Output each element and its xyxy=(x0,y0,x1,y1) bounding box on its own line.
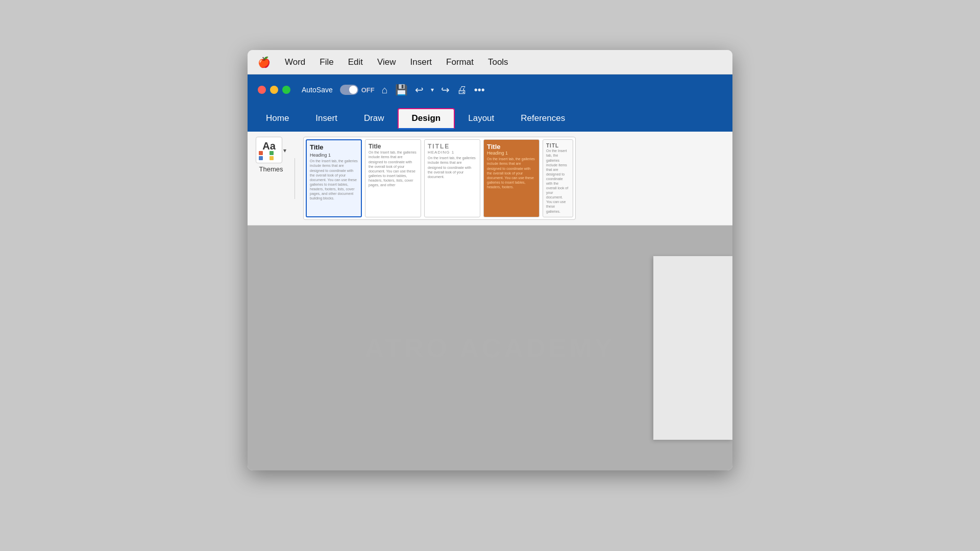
autosave-label: AutoSave xyxy=(302,86,333,94)
home-icon[interactable]: ⌂ xyxy=(382,84,388,96)
tab-draw[interactable]: Draw xyxy=(351,109,398,128)
watermark: ATRO ACADEMY xyxy=(365,333,616,363)
menu-view[interactable]: View xyxy=(377,57,396,67)
style-heading-orange: Heading 1 xyxy=(487,151,536,156)
menu-edit[interactable]: Edit xyxy=(348,57,363,67)
ribbon-content: Aa ▾ Themes Title Heading 1 On the xyxy=(248,132,732,225)
menu-word[interactable]: Word xyxy=(285,57,305,67)
themes-dropdown-arrow[interactable]: ▾ xyxy=(283,147,286,154)
undo-dropdown-icon[interactable]: ▾ xyxy=(431,86,434,93)
style-title-orange: Title xyxy=(487,143,536,151)
dot-yellow xyxy=(270,156,274,160)
menu-insert[interactable]: Insert xyxy=(410,57,432,67)
mac-menubar: 🍎 Word File Edit View Insert Format Tool… xyxy=(248,50,732,74)
dot-red xyxy=(259,151,263,155)
styles-gallery: Title Heading 1 On the Insert tab, the g… xyxy=(303,137,576,219)
toggle-track[interactable] xyxy=(340,85,358,95)
tab-references[interactable]: References xyxy=(507,109,578,128)
style-card-plain[interactable]: Title On the Insert tab, the galleries i… xyxy=(365,139,421,217)
minimize-button[interactable] xyxy=(270,86,278,94)
close-button[interactable] xyxy=(258,86,266,94)
divider xyxy=(295,158,295,199)
style-body-default: On the Insert tab, the galleries include… xyxy=(310,159,358,201)
style-title-plain: Title xyxy=(369,143,418,150)
traffic-lights xyxy=(258,86,290,94)
style-heading-caps: HEADING 1 xyxy=(428,150,477,155)
style-card-caps[interactable]: TITLE HEADING 1 On the Insert tab, the g… xyxy=(424,139,480,217)
style-body-plain: On the Insert tab, the galleries include… xyxy=(369,150,418,187)
dot-green xyxy=(270,151,274,155)
apple-icon[interactable]: 🍎 xyxy=(258,56,271,68)
document-page xyxy=(653,256,732,440)
redo-icon[interactable]: ↪ xyxy=(441,84,450,96)
style-card-partial[interactable]: TITL On the Insert tab, the galleries in… xyxy=(543,139,573,217)
menu-format[interactable]: Format xyxy=(446,57,474,67)
style-body-partial: On the Insert tab, the galleries include… xyxy=(546,148,570,213)
tab-home[interactable]: Home xyxy=(253,109,302,128)
tab-insert[interactable]: Insert xyxy=(302,109,351,128)
autosave-toggle[interactable]: OFF xyxy=(340,85,375,95)
style-heading-default: Heading 1 xyxy=(310,153,358,158)
menu-tools[interactable]: Tools xyxy=(488,57,508,67)
style-title-partial: TITL xyxy=(546,143,570,148)
toggle-thumb xyxy=(349,86,357,94)
themes-label: Themes xyxy=(259,165,283,173)
style-body-caps: On the Insert tab, the galleries include… xyxy=(428,156,477,179)
tab-design[interactable]: Design xyxy=(398,108,455,129)
style-card-orange[interactable]: Title Heading 1 On the Insert tab, the g… xyxy=(483,139,540,217)
save-icon[interactable]: 💾 xyxy=(395,84,408,96)
menu-file[interactable]: File xyxy=(320,57,333,67)
document-area: ATRO ACADEMY xyxy=(248,226,732,470)
style-title-default: Title xyxy=(310,143,358,151)
print-icon[interactable]: 🖨 xyxy=(457,84,467,96)
themes-button[interactable]: Aa ▾ Themes xyxy=(256,137,286,173)
toolbar: AutoSave OFF ⌂ 💾 ↩ ▾ ↪ 🖨 ••• xyxy=(248,74,732,105)
ribbon-tabs: Home Insert Draw Design Layout Reference… xyxy=(248,105,732,132)
tab-layout[interactable]: Layout xyxy=(455,109,507,128)
dot-blue xyxy=(259,156,263,160)
style-card-default[interactable]: Title Heading 1 On the Insert tab, the g… xyxy=(306,139,362,217)
themes-icon: Aa xyxy=(256,137,282,163)
toggle-off-label: OFF xyxy=(361,86,375,94)
style-body-orange: On the Insert tab, the galleries include… xyxy=(487,157,536,189)
app-window: 🍎 Word File Edit View Insert Format Tool… xyxy=(248,50,732,470)
style-title-caps: TITLE xyxy=(428,143,477,150)
maximize-button[interactable] xyxy=(282,86,290,94)
undo-icon[interactable]: ↩ xyxy=(415,84,424,96)
more-icon[interactable]: ••• xyxy=(474,84,485,96)
